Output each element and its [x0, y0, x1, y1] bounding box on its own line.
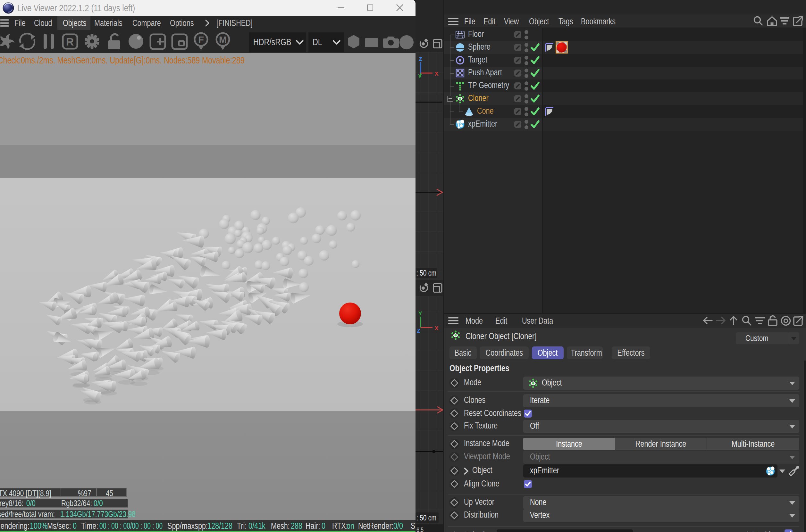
svg-text:X: X	[435, 71, 438, 78]
svg-text:R: R	[66, 36, 74, 48]
svg-text:Z: Z	[419, 56, 422, 63]
svg-text:M: M	[219, 35, 227, 45]
svg-text:Y: Y	[418, 73, 422, 80]
svg-text:Y: Y	[418, 310, 422, 317]
svg-text:X: X	[435, 325, 438, 332]
svg-text:Z: Z	[417, 327, 420, 335]
svg-text:F: F	[198, 35, 204, 45]
